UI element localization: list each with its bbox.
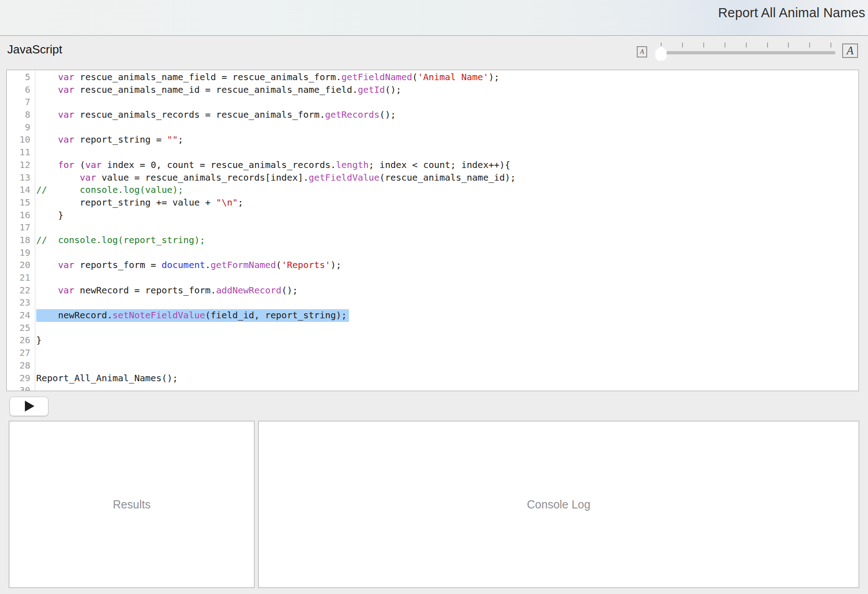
line-number: 14	[7, 184, 35, 196]
font-size-increase-icon[interactable]: A	[842, 43, 858, 58]
slider-tick	[682, 43, 683, 48]
code-text: report_string += value + "\n";	[35, 196, 243, 209]
code-line[interactable]: 9	[7, 121, 858, 134]
slider-tick	[830, 43, 831, 48]
line-number: 11	[7, 146, 35, 159]
line-number: 27	[7, 347, 35, 359]
line-number: 13	[7, 172, 35, 184]
code-line[interactable]: 16 }	[7, 209, 858, 222]
code-line[interactable]: 23	[7, 297, 858, 309]
code-text: var rescue_animals_records = rescue_anim…	[35, 109, 396, 121]
slider-tick	[703, 43, 704, 48]
line-number: 17	[7, 221, 35, 234]
line-number: 8	[7, 109, 35, 121]
code-line[interactable]: 19	[7, 247, 858, 259]
line-number: 29	[7, 372, 35, 385]
code-line[interactable]: 11	[7, 146, 858, 159]
code-text: }	[35, 209, 63, 222]
code-line[interactable]: 8 var rescue_animals_records = rescue_an…	[7, 109, 858, 121]
selected-code-highlight: newRecord.setNoteFieldValue(field_id, re…	[36, 309, 349, 322]
code-line[interactable]: 12 for (var index = 0, count = rescue_an…	[7, 159, 858, 172]
line-number: 19	[7, 247, 35, 259]
line-number: 22	[7, 284, 35, 297]
code-text: var value = rescue_animals_records[index…	[35, 172, 516, 184]
code-line[interactable]: 24 newRecord.setNoteFieldValue(field_id,…	[7, 309, 858, 322]
line-number: 10	[7, 134, 35, 146]
code-text	[35, 272, 36, 284]
code-line[interactable]: 30	[7, 384, 858, 391]
run-script-button[interactable]	[10, 397, 48, 416]
line-number: 21	[7, 272, 35, 284]
line-number: 5	[7, 71, 35, 84]
line-number: 20	[7, 259, 35, 272]
code-line[interactable]: 20 var reports_form = document.getFormNa…	[7, 259, 858, 272]
line-number: 30	[7, 384, 35, 391]
code-line[interactable]: 6 var rescue_animals_name_id = rescue_an…	[7, 84, 858, 96]
slider-tick	[788, 43, 789, 48]
code-text	[35, 121, 36, 134]
code-text: var reports_form = document.getFormNamed…	[35, 259, 341, 272]
code-line[interactable]: 21	[7, 272, 858, 284]
slider-tick	[809, 43, 810, 48]
code-text	[35, 359, 36, 372]
slider-tick	[767, 43, 768, 48]
code-text	[35, 146, 36, 159]
code-line[interactable]: 5 var rescue_animals_name_field = rescue…	[7, 71, 858, 84]
window-title: Report All Animal Names	[718, 5, 865, 20]
font-size-slider-thumb[interactable]	[655, 46, 667, 61]
code-line[interactable]: 29Report_All_Animal_Names();	[7, 372, 858, 385]
code-line[interactable]: 15 report_string += value + "\n";	[7, 196, 858, 209]
code-line[interactable]: 7	[7, 96, 858, 109]
line-number: 18	[7, 234, 35, 247]
code-line[interactable]: 22 var newRecord = reports_form.addNewRe…	[7, 284, 858, 297]
line-number: 9	[7, 121, 35, 134]
code-text	[35, 347, 36, 359]
code-text: // console.log(value);	[35, 184, 183, 196]
code-text	[35, 384, 36, 391]
results-panel-label: Results	[113, 498, 150, 511]
code-text: Report_All_Animal_Names();	[35, 372, 178, 385]
code-text: }	[35, 334, 42, 347]
line-number: 15	[7, 196, 35, 209]
slider-tick	[725, 43, 725, 48]
line-number: 26	[7, 334, 35, 347]
code-text: newRecord.setNoteFieldValue(field_id, re…	[35, 309, 349, 322]
code-text: var report_string = "";	[35, 134, 183, 146]
code-line[interactable]: 13 var value = rescue_animals_records[in…	[7, 172, 858, 184]
line-number: 23	[7, 297, 35, 309]
code-text: // console.log(report_string);	[35, 234, 205, 247]
code-line[interactable]: 14// console.log(value);	[7, 184, 858, 196]
code-text	[35, 96, 36, 109]
code-text: for (var index = 0, count = rescue_anima…	[35, 159, 510, 172]
code-editor[interactable]: 5 var rescue_animals_name_field = rescue…	[6, 70, 859, 391]
code-text: var rescue_animals_name_field = rescue_a…	[35, 71, 500, 84]
console-log-panel[interactable]: Console Log	[258, 421, 859, 588]
font-size-slider-track[interactable]	[657, 51, 835, 54]
code-line[interactable]: 10 var report_string = "";	[7, 134, 858, 146]
code-line[interactable]: 18// console.log(report_string);	[7, 234, 858, 247]
line-number: 28	[7, 359, 35, 372]
line-number: 16	[7, 209, 35, 222]
code-text	[35, 247, 36, 259]
line-number: 6	[7, 84, 35, 96]
code-line[interactable]: 26}	[7, 334, 858, 347]
code-lines: 5 var rescue_animals_name_field = rescue…	[7, 70, 858, 391]
results-panel[interactable]: Results	[9, 421, 255, 588]
code-text	[35, 221, 36, 234]
code-text: var newRecord = reports_form.addNewRecor…	[35, 284, 298, 297]
code-line[interactable]: 28	[7, 359, 858, 372]
code-line[interactable]: 25	[7, 322, 858, 335]
font-size-decrease-icon[interactable]: A	[637, 46, 647, 57]
line-number: 12	[7, 159, 35, 172]
line-number: 25	[7, 322, 35, 335]
line-number: 24	[7, 309, 35, 322]
console-log-panel-label: Console Log	[527, 498, 590, 511]
line-number: 7	[7, 96, 35, 109]
code-line[interactable]: 27	[7, 347, 858, 359]
code-text	[35, 297, 36, 309]
language-label: JavaScript	[7, 43, 62, 57]
toolbar: JavaScript A A	[0, 36, 868, 69]
play-icon	[25, 401, 34, 412]
code-line[interactable]: 17	[7, 221, 858, 234]
slider-tick	[746, 43, 747, 48]
